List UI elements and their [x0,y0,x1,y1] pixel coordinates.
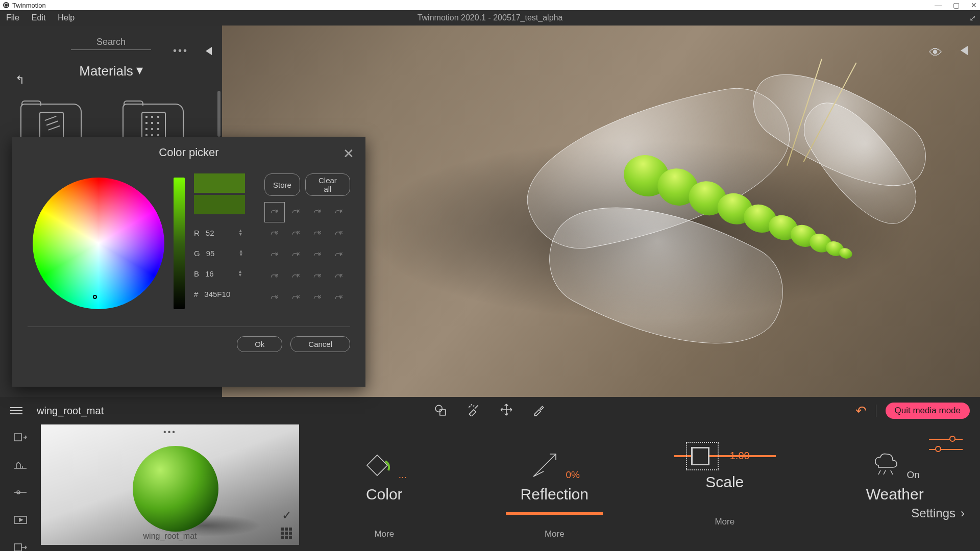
preview-caption: wing_root_mat [143,532,197,541]
g-input[interactable] [206,249,233,258]
app-logo-icon [3,2,9,8]
clear-all-button[interactable]: Clear all [305,173,350,196]
menu-help[interactable]: Help [58,13,75,22]
collapse-panel-icon[interactable] [206,47,212,55]
view-eye-icon[interactable]: 👁 [929,45,942,61]
prop-color[interactable]: ... Color More [299,440,470,547]
prop-scale[interactable]: 1.00 Scale More [640,440,810,547]
minimize-button[interactable]: ― [935,1,942,9]
dock-side-tools [0,424,41,547]
collapse-viewport-icon[interactable] [961,46,968,55]
prop-reflection[interactable]: 0% Reflection More [470,440,640,547]
swatch-slot[interactable] [329,202,349,222]
eyedropper-tool-icon[interactable] [532,403,546,418]
close-window-button[interactable]: ✕ [971,1,977,9]
swatch-slot[interactable] [286,223,306,244]
apply-check-icon[interactable]: ✓ [282,508,292,522]
swatch-slot[interactable] [329,223,349,244]
preview-options-icon[interactable]: ••• [163,428,177,437]
previous-color-swatch [194,195,245,214]
bucket-icon [362,450,393,481]
window-titlebar: Twinmotion ― ▢ ✕ [0,0,980,10]
b-stepper[interactable]: ▲▼ [238,270,242,277]
r-stepper[interactable]: ▲▼ [238,229,243,236]
quit-media-mode-button[interactable]: Quit media mode [886,403,970,419]
hex-input[interactable] [204,290,231,298]
svg-rect-1 [440,410,446,415]
shapes-tool-icon[interactable] [434,403,448,418]
swatch-slot[interactable] [264,202,285,222]
r-label: R [194,229,200,237]
g-stepper[interactable]: ▲▼ [239,249,243,257]
maximize-button[interactable]: ▢ [953,1,960,9]
weather-value: On [907,469,920,481]
material-name: wing_root_mat [37,405,104,417]
swatch-slot[interactable] [329,266,349,287]
import-icon[interactable] [13,432,28,445]
color-side-value: ... [399,469,407,481]
export-icon[interactable] [13,542,28,551]
weather-icon [870,450,901,481]
grid-view-icon[interactable] [281,528,292,539]
swatch-slot[interactable] [264,266,285,287]
swatch-slot[interactable] [329,245,349,265]
color-more[interactable]: More [374,529,394,539]
divider [876,405,876,417]
move-tool-icon[interactable] [500,403,513,418]
swatch-slot[interactable] [286,266,306,287]
swatch-slot[interactable] [307,288,328,308]
svg-point-0 [435,405,442,412]
menu-bar: File Edit Help Twinmotion 2020.1 - 20051… [0,10,980,26]
swatch-slot[interactable] [307,266,328,287]
color-label: Color [366,486,403,503]
app-name: Twinmotion [12,2,46,9]
expand-icon[interactable]: ⤢ [969,13,976,23]
library-scrollbar[interactable] [217,91,220,137]
reflection-more[interactable]: More [545,529,565,539]
library-breadcrumb[interactable]: Materials▾ [0,63,222,79]
close-dialog-button[interactable]: ✕ [343,146,354,162]
swatch-slot[interactable] [307,223,328,244]
ok-button[interactable]: Ok [237,336,282,352]
hex-label: # [194,290,198,298]
terrain-icon[interactable] [13,459,28,472]
scale-value: 1.00 [730,450,750,462]
menu-file[interactable]: File [6,13,19,22]
store-button[interactable]: Store [264,173,300,196]
paint-tool-icon[interactable] [467,403,480,418]
color-picker-title: Color picker [12,137,365,168]
slider-icon[interactable] [13,487,28,500]
dock-menu-icon[interactable] [10,407,22,414]
material-preview[interactable]: ••• ✓ wing_root_mat [41,424,299,545]
media-icon[interactable] [13,514,28,528]
r-input[interactable] [206,229,232,237]
stored-swatches-grid [264,202,350,308]
scale-more[interactable]: More [715,517,734,527]
value-slider[interactable] [174,178,185,309]
swatch-slot[interactable] [264,288,285,308]
color-wheel-cursor[interactable] [93,295,97,299]
color-wheel[interactable] [33,178,164,309]
swatch-slot[interactable] [307,245,328,265]
swatch-slot[interactable] [286,202,306,222]
dock-panel: wing_root_mat ↶ Quit media mode [0,397,980,551]
swatch-slot[interactable] [286,288,306,308]
swatch-slot[interactable] [307,202,328,222]
swatch-slot[interactable] [264,245,285,265]
undo-icon[interactable]: ↶ [855,403,867,419]
menu-edit[interactable]: Edit [32,13,46,22]
library-options-icon[interactable]: ••• [173,45,188,57]
scale-icon: 1.00 [674,440,776,468]
settings-sliders-icon[interactable] [929,439,963,450]
swatch-slot[interactable] [264,223,285,244]
prop-weather[interactable]: On Weather x [810,440,981,547]
navigate-up-icon[interactable]: ↰ [15,73,24,87]
search-input[interactable]: Search [71,35,151,50]
b-input[interactable] [205,269,232,278]
swatch-slot[interactable] [286,245,306,265]
color-picker-dialog: Color picker ✕ R▲▼ G▲▼ B▲▼ # [12,137,365,387]
swatch-slot[interactable] [329,288,349,308]
reflection-icon [529,450,560,481]
cancel-button[interactable]: Cancel [290,336,350,352]
settings-button[interactable]: Settings› [911,506,965,520]
